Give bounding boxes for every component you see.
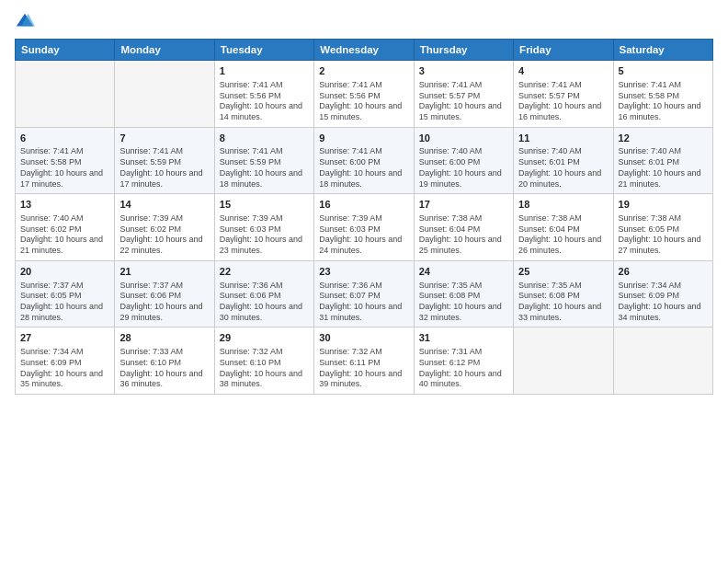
day-info: Sunrise: 7:33 AM Sunset: 6:10 PM Dayligh… [119, 347, 209, 390]
day-info: Sunrise: 7:37 AM Sunset: 6:05 PM Dayligh… [20, 281, 109, 324]
calendar-cell: 31Sunrise: 7:31 AM Sunset: 6:12 PM Dayli… [414, 327, 513, 395]
header [15, 11, 713, 31]
day-info: Sunrise: 7:38 AM Sunset: 6:05 PM Dayligh… [619, 213, 708, 257]
day-info: Sunrise: 7:40 AM Sunset: 6:01 PM Dayligh… [518, 146, 608, 190]
day-number: 2 [319, 64, 408, 78]
day-info: Sunrise: 7:41 AM Sunset: 5:56 PM Dayligh… [220, 80, 309, 123]
day-info: Sunrise: 7:38 AM Sunset: 6:04 PM Dayligh… [419, 213, 508, 257]
day-number: 4 [518, 64, 608, 78]
day-info: Sunrise: 7:41 AM Sunset: 5:58 PM Dayligh… [20, 146, 109, 190]
day-number: 19 [619, 198, 708, 212]
calendar-week-4: 20Sunrise: 7:37 AM Sunset: 6:05 PM Dayli… [16, 260, 713, 327]
day-number: 5 [619, 64, 708, 78]
calendar-cell: 2Sunrise: 7:41 AM Sunset: 5:56 PM Daylig… [314, 61, 414, 128]
day-number: 16 [319, 198, 408, 212]
day-info: Sunrise: 7:34 AM Sunset: 6:09 PM Dayligh… [619, 281, 708, 324]
day-number: 28 [119, 331, 209, 345]
day-info: Sunrise: 7:34 AM Sunset: 6:09 PM Dayligh… [20, 347, 109, 390]
calendar-cell: 22Sunrise: 7:36 AM Sunset: 6:06 PM Dayli… [214, 260, 313, 327]
day-info: Sunrise: 7:35 AM Sunset: 6:08 PM Dayligh… [419, 281, 508, 324]
day-number: 15 [220, 198, 309, 212]
day-number: 6 [20, 132, 109, 145]
weekday-header-sunday: Sunday [16, 40, 115, 61]
day-info: Sunrise: 7:41 AM Sunset: 5:57 PM Dayligh… [518, 80, 608, 123]
day-number: 31 [419, 331, 508, 345]
day-number: 20 [20, 265, 109, 279]
day-info: Sunrise: 7:31 AM Sunset: 6:12 PM Dayligh… [419, 347, 508, 390]
day-number: 29 [220, 331, 309, 345]
calendar-cell: 28Sunrise: 7:33 AM Sunset: 6:10 PM Dayli… [115, 327, 214, 395]
day-number: 30 [319, 331, 408, 345]
calendar-cell: 20Sunrise: 7:37 AM Sunset: 6:05 PM Dayli… [16, 260, 115, 327]
calendar-cell: 16Sunrise: 7:39 AM Sunset: 6:03 PM Dayli… [314, 194, 414, 261]
day-info: Sunrise: 7:39 AM Sunset: 6:03 PM Dayligh… [319, 213, 408, 257]
calendar-cell: 17Sunrise: 7:38 AM Sunset: 6:04 PM Dayli… [414, 194, 513, 261]
day-info: Sunrise: 7:38 AM Sunset: 6:04 PM Dayligh… [518, 213, 608, 257]
day-number: 1 [220, 64, 309, 78]
page: SundayMondayTuesdayWednesdayThursdayFrid… [0, 0, 728, 563]
logo-icon [15, 11, 35, 31]
day-number: 3 [419, 64, 508, 78]
calendar-cell: 7Sunrise: 7:41 AM Sunset: 5:59 PM Daylig… [115, 127, 214, 194]
day-number: 22 [220, 265, 309, 279]
calendar-cell: 14Sunrise: 7:39 AM Sunset: 6:02 PM Dayli… [115, 194, 214, 261]
calendar-week-3: 13Sunrise: 7:40 AM Sunset: 6:02 PM Dayli… [16, 194, 713, 261]
day-number: 21 [119, 265, 209, 279]
weekday-header-thursday: Thursday [414, 40, 513, 61]
day-number: 13 [20, 198, 109, 212]
day-info: Sunrise: 7:41 AM Sunset: 5:57 PM Dayligh… [419, 80, 508, 123]
calendar-cell: 26Sunrise: 7:34 AM Sunset: 6:09 PM Dayli… [613, 260, 712, 327]
day-number: 25 [518, 265, 608, 279]
calendar-week-5: 27Sunrise: 7:34 AM Sunset: 6:09 PM Dayli… [16, 327, 713, 395]
day-number: 24 [419, 265, 508, 279]
day-info: Sunrise: 7:35 AM Sunset: 6:08 PM Dayligh… [518, 281, 608, 324]
calendar-cell [115, 61, 214, 128]
day-info: Sunrise: 7:32 AM Sunset: 6:11 PM Dayligh… [319, 347, 408, 390]
day-info: Sunrise: 7:41 AM Sunset: 5:58 PM Dayligh… [619, 80, 708, 123]
calendar-cell: 12Sunrise: 7:40 AM Sunset: 6:01 PM Dayli… [613, 127, 712, 194]
calendar-cell: 21Sunrise: 7:37 AM Sunset: 6:06 PM Dayli… [115, 260, 214, 327]
weekday-header-wednesday: Wednesday [314, 40, 414, 61]
day-number: 23 [319, 265, 408, 279]
day-info: Sunrise: 7:41 AM Sunset: 5:59 PM Dayligh… [220, 146, 309, 190]
calendar-cell: 5Sunrise: 7:41 AM Sunset: 5:58 PM Daylig… [613, 61, 712, 128]
calendar-cell: 29Sunrise: 7:32 AM Sunset: 6:10 PM Dayli… [214, 327, 313, 395]
day-number: 11 [518, 132, 608, 145]
calendar-cell: 15Sunrise: 7:39 AM Sunset: 6:03 PM Dayli… [214, 194, 313, 261]
day-info: Sunrise: 7:40 AM Sunset: 6:01 PM Dayligh… [619, 146, 708, 190]
calendar-cell [613, 327, 712, 395]
calendar-cell: 1Sunrise: 7:41 AM Sunset: 5:56 PM Daylig… [214, 61, 313, 128]
day-info: Sunrise: 7:40 AM Sunset: 6:02 PM Dayligh… [20, 213, 109, 257]
calendar-week-1: 1Sunrise: 7:41 AM Sunset: 5:56 PM Daylig… [16, 61, 713, 128]
day-number: 18 [518, 198, 608, 212]
calendar-cell: 4Sunrise: 7:41 AM Sunset: 5:57 PM Daylig… [514, 61, 613, 128]
day-number: 27 [20, 331, 109, 345]
day-info: Sunrise: 7:32 AM Sunset: 6:10 PM Dayligh… [220, 347, 309, 390]
calendar-week-2: 6Sunrise: 7:41 AM Sunset: 5:58 PM Daylig… [16, 127, 713, 194]
calendar-cell: 3Sunrise: 7:41 AM Sunset: 5:57 PM Daylig… [414, 61, 513, 128]
day-number: 7 [119, 132, 209, 145]
day-info: Sunrise: 7:37 AM Sunset: 6:06 PM Dayligh… [119, 281, 209, 324]
calendar-cell: 18Sunrise: 7:38 AM Sunset: 6:04 PM Dayli… [514, 194, 613, 261]
day-number: 17 [419, 198, 508, 212]
weekday-header-tuesday: Tuesday [214, 40, 313, 61]
day-info: Sunrise: 7:41 AM Sunset: 5:56 PM Dayligh… [319, 80, 408, 123]
day-number: 26 [619, 265, 708, 279]
day-number: 14 [119, 198, 209, 212]
calendar-cell: 8Sunrise: 7:41 AM Sunset: 5:59 PM Daylig… [214, 127, 313, 194]
day-info: Sunrise: 7:36 AM Sunset: 6:07 PM Dayligh… [319, 281, 408, 324]
day-info: Sunrise: 7:39 AM Sunset: 6:02 PM Dayligh… [119, 213, 209, 257]
calendar-cell: 24Sunrise: 7:35 AM Sunset: 6:08 PM Dayli… [414, 260, 513, 327]
calendar-cell: 9Sunrise: 7:41 AM Sunset: 6:00 PM Daylig… [314, 127, 414, 194]
weekday-header-friday: Friday [514, 40, 613, 61]
weekday-header-row: SundayMondayTuesdayWednesdayThursdayFrid… [16, 40, 713, 61]
day-number: 9 [319, 132, 408, 145]
calendar-cell [514, 327, 613, 395]
calendar-table: SundayMondayTuesdayWednesdayThursdayFrid… [15, 39, 713, 395]
calendar-cell: 23Sunrise: 7:36 AM Sunset: 6:07 PM Dayli… [314, 260, 414, 327]
logo [15, 11, 39, 31]
calendar-cell: 19Sunrise: 7:38 AM Sunset: 6:05 PM Dayli… [613, 194, 712, 261]
weekday-header-monday: Monday [115, 40, 214, 61]
day-number: 12 [619, 132, 708, 145]
calendar-cell: 25Sunrise: 7:35 AM Sunset: 6:08 PM Dayli… [514, 260, 613, 327]
